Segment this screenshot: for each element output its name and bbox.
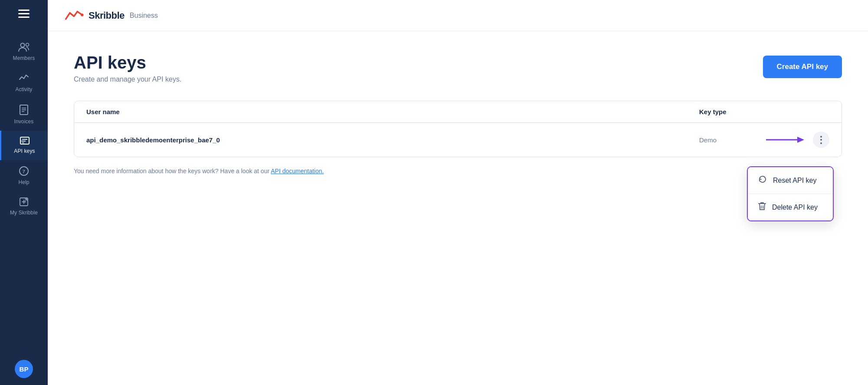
table-header-username: User name — [86, 108, 699, 115]
logo-text: Skribble — [89, 10, 125, 21]
sidebar-item-invoices[interactable]: Invoices — [0, 99, 48, 131]
my-skribble-icon — [20, 197, 28, 208]
avatar-initials: BP — [20, 365, 29, 373]
reset-api-key-label: Reset API key — [773, 177, 817, 184]
page-header: API keys Create and manage your API keys… — [74, 53, 842, 83]
three-dots-icon — [820, 136, 822, 144]
sidebar-item-label-activity: Activity — [16, 86, 33, 92]
sidebar-item-activity[interactable]: Activity — [0, 67, 48, 99]
page-content: API keys Create and manage your API keys… — [48, 31, 868, 385]
svg-point-14 — [81, 13, 83, 16]
sidebar-item-label-invoices: Invoices — [14, 118, 34, 125]
hamburger-icon — [18, 10, 30, 18]
api-keys-icon: >_ — [20, 137, 30, 146]
api-key-username: api_demo_skribbledemoenterprise_bae7_0 — [86, 136, 699, 144]
invoices-icon — [20, 105, 28, 117]
table-header-actions — [795, 108, 829, 115]
table-header-keytype: Key type — [699, 108, 795, 115]
api-documentation-link[interactable]: API documentation. — [271, 168, 324, 174]
avatar[interactable]: BP — [15, 360, 33, 378]
create-api-key-button[interactable]: Create API key — [763, 56, 842, 78]
sidebar-item-members[interactable]: Members — [0, 36, 48, 67]
members-icon — [18, 42, 30, 53]
page-subtitle: Create and manage your API keys. — [74, 76, 181, 83]
svg-point-1 — [26, 43, 29, 46]
info-text-main: You need more information about how the … — [74, 168, 271, 174]
sidebar-item-label-help: Help — [18, 179, 29, 185]
sidebar: Members Activity Invoices — [0, 0, 48, 385]
logo-sub: Business — [130, 12, 158, 20]
arrow-annotation — [766, 133, 805, 146]
page-title: API keys — [74, 53, 181, 72]
delete-api-key-button[interactable]: Delete API key — [748, 194, 833, 220]
svg-point-0 — [21, 43, 25, 47]
svg-text:?: ? — [23, 168, 26, 174]
svg-marker-16 — [797, 137, 804, 143]
activity-icon — [19, 73, 29, 85]
context-menu: Reset API key Delete API key — [747, 166, 834, 221]
topbar: Skribble Business — [48, 0, 868, 31]
trash-icon — [758, 202, 766, 213]
page-title-wrap: API keys Create and manage your API keys… — [74, 53, 181, 83]
sidebar-item-label-api-keys: API keys — [14, 148, 35, 154]
api-keys-table: User name Key type api_demo_skribbledemo… — [74, 101, 842, 157]
logo-wrap: Skribble Business — [65, 9, 158, 23]
hamburger-menu[interactable] — [0, 0, 48, 27]
sidebar-item-label-my-skribble: My Skribble — [10, 210, 38, 216]
sidebar-item-help[interactable]: ? Help — [0, 160, 48, 191]
main-content: Skribble Business API keys Create and ma… — [48, 0, 868, 385]
reset-icon — [758, 175, 767, 186]
table-row: api_demo_skribbledemoenterprise_bae7_0 D… — [74, 123, 842, 157]
delete-api-key-label: Delete API key — [772, 204, 818, 211]
logo-icon — [65, 9, 84, 23]
row-actions-wrap: Reset API key Delete API key — [795, 132, 829, 148]
help-icon: ? — [19, 166, 29, 178]
sidebar-item-label-members: Members — [13, 55, 35, 61]
row-action-menu-button[interactable] — [813, 132, 829, 148]
sidebar-nav: Members Activity Invoices — [0, 27, 48, 360]
sidebar-item-api-keys[interactable]: >_ API keys — [0, 131, 48, 160]
sidebar-item-my-skribble[interactable]: My Skribble — [0, 191, 48, 222]
info-text: You need more information about how the … — [74, 168, 842, 174]
table-header: User name Key type — [74, 101, 842, 123]
reset-api-key-button[interactable]: Reset API key — [748, 167, 833, 194]
svg-text:>_: >_ — [21, 139, 25, 143]
